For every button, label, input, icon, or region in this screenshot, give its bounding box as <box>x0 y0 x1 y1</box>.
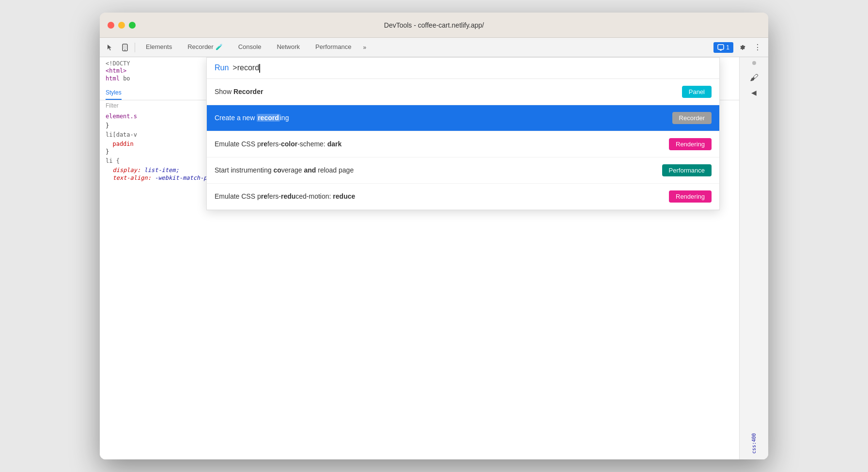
toolbar: Elements Recorder 🧪 Console Network Perf… <box>100 38 768 57</box>
tab-performance[interactable]: Performance <box>308 38 359 57</box>
tab-strip: Elements Recorder 🧪 Console Network Perf… <box>138 38 713 57</box>
toolbar-right: 1 ⋮ <box>713 41 764 54</box>
rendering-badge-2[interactable]: Rendering <box>669 190 712 203</box>
create-recording-label: Create a new recording <box>215 114 289 122</box>
svg-point-2 <box>124 49 125 50</box>
more-options-icon[interactable]: ⋮ <box>751 41 764 54</box>
right-panel: 🖌 ◀ css:400 <box>739 57 768 459</box>
scroll-indicator <box>752 61 756 65</box>
command-dropdown: Run >record Show Recorder Panel Create a… <box>206 57 720 210</box>
close-button[interactable] <box>108 22 114 29</box>
cursor-icon[interactable] <box>104 41 117 54</box>
emulate-motion-item[interactable]: Emulate CSS prefers-reduced-motion: redu… <box>207 184 719 210</box>
coverage-label: Start instrumenting coverage and reload … <box>215 166 354 174</box>
svg-rect-3 <box>718 45 724 49</box>
coverage-item[interactable]: Start instrumenting coverage and reload … <box>207 157 719 184</box>
window-controls <box>108 22 136 29</box>
paint-brush-icon[interactable]: 🖌 <box>748 71 760 85</box>
text-cursor <box>259 64 260 73</box>
rendering-badge-1[interactable]: Rendering <box>669 138 712 150</box>
device-toggle-icon[interactable] <box>118 41 132 54</box>
show-recorder-item[interactable]: Show Recorder Panel <box>207 79 719 105</box>
svg-rect-1 <box>124 45 126 49</box>
window-title: DevTools - coffee-cart.netlify.app/ <box>384 21 484 29</box>
toolbar-divider <box>135 43 135 52</box>
run-label: Run <box>215 63 229 72</box>
tab-console[interactable]: Console <box>231 38 269 57</box>
devtools-window: DevTools - coffee-cart.netlify.app/ E <box>100 13 768 459</box>
main-content: <!DOCTY <html> html bo Styles Filter ele… <box>100 57 768 459</box>
tab-more-button[interactable]: » <box>359 38 370 57</box>
search-bar: Run >record <box>207 58 719 79</box>
arrow-left-icon[interactable]: ◀ <box>749 87 759 98</box>
panel-badge[interactable]: Panel <box>682 86 712 98</box>
maximize-button[interactable] <box>129 22 136 29</box>
emulate-dark-item[interactable]: Emulate CSS prefers-color-scheme: dark R… <box>207 131 719 157</box>
devtools-body: Elements Recorder 🧪 Console Network Perf… <box>100 38 768 459</box>
performance-badge[interactable]: Performance <box>662 164 712 176</box>
tab-elements[interactable]: Elements <box>138 38 180 57</box>
styles-tab-styles[interactable]: Styles <box>106 86 122 100</box>
search-query: >record <box>232 63 260 73</box>
tab-network[interactable]: Network <box>269 38 308 57</box>
recorder-badge[interactable]: Recorder <box>672 112 712 124</box>
emulate-dark-label: Emulate CSS prefers-color-scheme: dark <box>215 140 341 148</box>
emulate-motion-label: Emulate CSS prefers-reduced-motion: redu… <box>215 192 355 200</box>
settings-icon[interactable] <box>735 41 749 54</box>
show-recorder-label: Show Recorder <box>215 88 263 95</box>
minimize-button[interactable] <box>118 22 125 29</box>
titlebar: DevTools - coffee-cart.netlify.app/ <box>100 13 768 38</box>
recorder-flask-icon: 🧪 <box>216 44 223 50</box>
tab-recorder[interactable]: Recorder 🧪 <box>180 38 230 57</box>
issues-badge-button[interactable]: 1 <box>713 42 733 53</box>
css-reference: css:400 <box>749 431 759 456</box>
create-recording-item[interactable]: Create a new recording Recorder <box>207 105 719 131</box>
